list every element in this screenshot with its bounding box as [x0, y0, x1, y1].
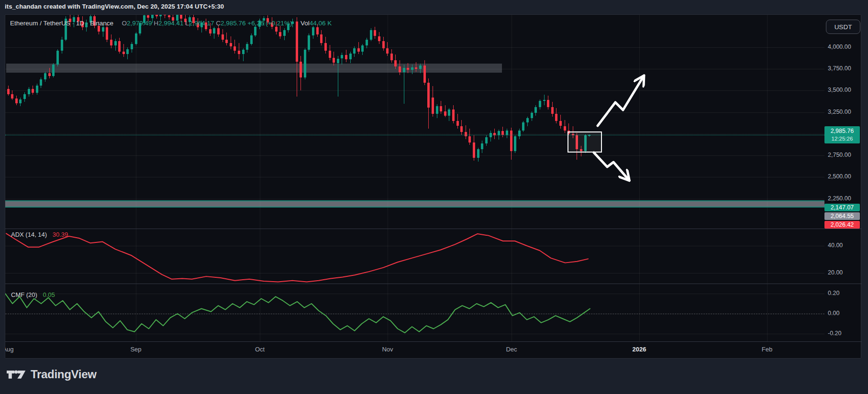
- adx-gridline: [5, 246, 824, 246]
- candle-body: [217, 28, 220, 34]
- price-axis[interactable]: 4,000.003,750.003,500.003,250.002,750.00…: [824, 15, 862, 341]
- candle-body: [230, 43, 232, 46]
- candle-body: [485, 137, 488, 143]
- candle-body: [456, 121, 459, 126]
- level-badge-red: 2,026.42: [824, 221, 860, 229]
- candle-body: [324, 43, 327, 51]
- candle-body: [159, 15, 162, 16]
- candle-body: [452, 109, 455, 121]
- time-label: Aug: [5, 346, 14, 353]
- candle-body: [531, 113, 533, 118]
- candle-body: [551, 107, 554, 114]
- candle-body: [399, 66, 401, 73]
- time-label: Feb: [762, 346, 772, 353]
- candle-body: [448, 109, 450, 116]
- candle-body: [460, 126, 463, 132]
- tradingview-logo-text: TradingView: [31, 368, 97, 381]
- candle-body: [209, 29, 211, 33]
- adx-name: ADX (14, 14): [11, 231, 47, 238]
- currency-toggle-button[interactable]: USDT: [826, 20, 860, 34]
- candle-body: [390, 54, 393, 61]
- candle-body: [168, 15, 170, 17]
- candle-body: [477, 149, 479, 158]
- current-price-badge: 2,985.7612:25:26: [824, 126, 860, 143]
- time-label: Sep: [130, 346, 141, 353]
- candle-body: [382, 41, 385, 48]
- adx-legend: ADX (14, 14) 30.39: [11, 231, 68, 238]
- candle-body: [526, 118, 529, 122]
- candle-body: [56, 51, 59, 65]
- change-value: +6.26 (+0.21%): [247, 20, 292, 27]
- bar-countdown: 12:25:26: [824, 135, 860, 142]
- adx-pane[interactable]: [5, 229, 824, 284]
- pane-separator[interactable]: [5, 284, 862, 284]
- candle-body: [436, 106, 438, 114]
- candle-body: [222, 34, 224, 40]
- candle-body: [506, 131, 508, 135]
- time-axis-separator: [5, 341, 862, 342]
- candle-body: [337, 59, 339, 63]
- cmf-tick-label: 0.20: [828, 290, 839, 296]
- time-axis[interactable]: AugSepOctNovDec2026Feb: [5, 341, 862, 359]
- candle-body: [164, 15, 166, 15]
- interval-label: 1D: [76, 20, 84, 27]
- candle-body: [501, 131, 504, 134]
- candle-body: [366, 40, 368, 46]
- volume-value: 44.06 K: [310, 20, 332, 27]
- chart-frame: 4,000.003,750.003,500.003,250.002,750.00…: [5, 14, 861, 359]
- candle-body: [250, 35, 253, 44]
- candle-body: [147, 15, 149, 18]
- candle-body: [329, 51, 331, 58]
- candle-body: [415, 67, 417, 69]
- candle-body: [345, 55, 347, 59]
- candle-body: [135, 33, 137, 44]
- demand-zone: [5, 200, 824, 208]
- candle-body: [106, 27, 108, 39]
- cmf-pane[interactable]: [5, 284, 824, 341]
- candle-body: [510, 131, 512, 151]
- candle-body: [465, 132, 467, 136]
- candle-body: [432, 98, 434, 114]
- candle-body: [110, 40, 112, 46]
- candle-body: [353, 48, 356, 54]
- price-gridline: [5, 155, 824, 156]
- price-badge-area: 2,985.7612:25:262,147.072,064.552,026.42: [824, 15, 862, 229]
- candle-body: [522, 122, 524, 130]
- candle-body: [403, 68, 405, 72]
- candle-body: [427, 83, 430, 108]
- candle-body: [61, 40, 63, 51]
- time-label: 2026: [633, 346, 646, 353]
- cmf-value: 0.05: [43, 291, 55, 298]
- candle-body: [52, 65, 55, 76]
- symbol-legend: Ethereum / TetherUS · 1D · Binance O2,97…: [10, 20, 332, 27]
- candle-body: [156, 15, 158, 16]
- candle-body: [151, 15, 154, 18]
- candle-body: [19, 99, 22, 103]
- tradingview-logo[interactable]: TradingView: [7, 367, 97, 382]
- price-pane[interactable]: [5, 15, 824, 229]
- time-label: Nov: [382, 346, 393, 353]
- candle-body: [32, 89, 34, 93]
- candle-body: [378, 36, 380, 42]
- candle-body: [122, 52, 125, 54]
- pane-separator[interactable]: [5, 229, 862, 229]
- candle-body: [308, 35, 310, 50]
- cmf-name: CMF (20): [11, 291, 37, 298]
- time-label: Dec: [506, 346, 517, 353]
- adx-tick-label: 40.00: [828, 242, 843, 249]
- price-gridline: [5, 90, 824, 91]
- candle-body: [361, 45, 364, 52]
- price-gridline: [5, 199, 824, 199]
- highlight-box-drawing[interactable]: [568, 131, 602, 153]
- candle-body: [36, 86, 38, 93]
- candle-body: [275, 27, 278, 32]
- cmf-tick-label: 0.00: [828, 310, 839, 317]
- candle-body: [514, 136, 516, 151]
- cmf-legend: CMF (20) 0.05: [11, 291, 55, 298]
- current-price-line: [5, 135, 824, 135]
- adx-gridline: [5, 273, 824, 274]
- candle-body: [126, 49, 129, 55]
- candle-body: [316, 27, 319, 34]
- candle-body: [44, 73, 46, 79]
- price-gridline: [5, 47, 824, 48]
